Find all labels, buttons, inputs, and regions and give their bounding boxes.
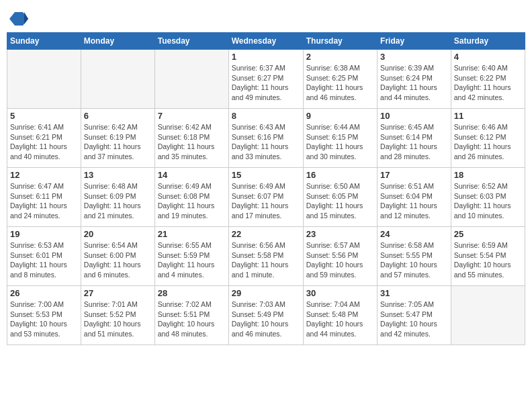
day-detail: Sunrise: 6:57 AMSunset: 5:56 PMDaylight:… [306,240,374,280]
day-number: 22 [232,229,300,239]
day-detail: Sunrise: 6:38 AMSunset: 6:25 PMDaylight:… [306,63,374,103]
weekday-header-saturday: Saturday [451,33,525,50]
calendar-day: 14Sunrise: 6:49 AMSunset: 6:08 PMDayligh… [154,168,228,227]
day-number: 4 [454,52,522,62]
calendar-day: 10Sunrise: 6:45 AMSunset: 6:14 PMDayligh… [378,109,451,168]
calendar-day: 19Sunrise: 6:53 AMSunset: 6:01 PMDayligh… [7,227,81,286]
day-detail: Sunrise: 6:42 AMSunset: 6:18 PMDaylight:… [158,122,226,162]
day-number: 19 [10,229,78,239]
day-number: 13 [84,170,152,180]
day-number: 10 [380,111,448,121]
day-detail: Sunrise: 6:49 AMSunset: 6:08 PMDaylight:… [158,181,226,221]
day-number: 9 [306,111,374,121]
day-detail: Sunrise: 6:37 AMSunset: 6:27 PMDaylight:… [232,63,300,103]
day-number: 18 [454,170,522,180]
day-number: 7 [158,111,226,121]
day-detail: Sunrise: 6:48 AMSunset: 6:09 PMDaylight:… [84,181,152,221]
day-detail: Sunrise: 6:55 AMSunset: 5:59 PMDaylight:… [158,240,226,280]
day-detail: Sunrise: 6:56 AMSunset: 5:58 PMDaylight:… [232,240,300,280]
calendar-day [7,50,81,109]
day-number: 23 [306,229,374,239]
calendar-day: 18Sunrise: 6:52 AMSunset: 6:03 PMDayligh… [451,168,525,227]
calendar-day: 6Sunrise: 6:42 AMSunset: 6:19 PMDaylight… [81,109,154,168]
day-detail: Sunrise: 6:53 AMSunset: 6:01 PMDaylight:… [10,240,78,280]
day-number: 3 [380,52,448,62]
calendar-day: 16Sunrise: 6:50 AMSunset: 6:05 PMDayligh… [303,168,377,227]
calendar-week-1: 1Sunrise: 6:37 AMSunset: 6:27 PMDaylight… [7,50,525,109]
day-detail: Sunrise: 6:47 AMSunset: 6:11 PMDaylight:… [10,181,78,221]
day-detail: Sunrise: 6:42 AMSunset: 6:19 PMDaylight:… [84,122,152,162]
weekday-header-row: SundayMondayTuesdayWednesdayThursdayFrid… [7,33,525,50]
day-number: 30 [306,288,374,298]
calendar-day: 1Sunrise: 6:37 AMSunset: 6:27 PMDaylight… [228,50,303,109]
day-detail: Sunrise: 7:02 AMSunset: 5:51 PMDaylight:… [158,300,226,339]
day-detail: Sunrise: 6:39 AMSunset: 6:24 PMDaylight:… [380,63,448,103]
day-number: 12 [10,170,78,180]
day-detail: Sunrise: 7:05 AMSunset: 5:47 PMDaylight:… [380,300,448,339]
day-detail: Sunrise: 7:03 AMSunset: 5:49 PMDaylight:… [232,300,300,339]
day-detail: Sunrise: 7:01 AMSunset: 5:52 PMDaylight:… [84,300,152,339]
calendar-day: 9Sunrise: 6:44 AMSunset: 6:15 PMDaylight… [303,109,377,168]
calendar-day: 28Sunrise: 7:02 AMSunset: 5:51 PMDayligh… [154,286,228,345]
day-detail: Sunrise: 7:00 AMSunset: 5:53 PMDaylight:… [10,300,78,339]
weekday-header-sunday: Sunday [7,33,81,50]
day-detail: Sunrise: 6:41 AMSunset: 6:21 PMDaylight:… [10,122,78,162]
calendar-day: 24Sunrise: 6:58 AMSunset: 5:55 PMDayligh… [378,227,451,286]
calendar-week-2: 5Sunrise: 6:41 AMSunset: 6:21 PMDaylight… [7,109,525,168]
calendar-week-4: 19Sunrise: 6:53 AMSunset: 6:01 PMDayligh… [7,227,525,286]
calendar-day: 7Sunrise: 6:42 AMSunset: 6:18 PMDaylight… [154,109,228,168]
calendar-day: 25Sunrise: 6:59 AMSunset: 5:54 PMDayligh… [451,227,525,286]
calendar-day: 23Sunrise: 6:57 AMSunset: 5:56 PMDayligh… [303,227,377,286]
calendar-day: 4Sunrise: 6:40 AMSunset: 6:22 PMDaylight… [451,50,525,109]
calendar-week-5: 26Sunrise: 7:00 AMSunset: 5:53 PMDayligh… [7,286,525,345]
day-number: 28 [158,288,226,298]
day-number: 6 [84,111,152,121]
day-number: 27 [84,288,152,298]
day-number: 5 [10,111,78,121]
day-number: 26 [10,288,78,298]
day-number: 2 [306,52,374,62]
day-number: 29 [232,288,300,298]
calendar-day: 2Sunrise: 6:38 AMSunset: 6:25 PMDaylight… [303,50,377,109]
calendar-week-3: 12Sunrise: 6:47 AMSunset: 6:11 PMDayligh… [7,168,525,227]
logo-icon [9,9,28,28]
calendar-day: 17Sunrise: 6:51 AMSunset: 6:04 PMDayligh… [378,168,451,227]
day-detail: Sunrise: 6:46 AMSunset: 6:12 PMDaylight:… [454,122,522,162]
calendar-day: 31Sunrise: 7:05 AMSunset: 5:47 PMDayligh… [378,286,451,345]
day-number: 15 [232,170,300,180]
day-number: 31 [380,288,448,298]
calendar-day: 29Sunrise: 7:03 AMSunset: 5:49 PMDayligh… [228,286,303,345]
svg-marker-1 [24,12,28,24]
calendar-day [451,286,525,345]
day-detail: Sunrise: 6:40 AMSunset: 6:22 PMDaylight:… [454,63,522,103]
weekday-header-tuesday: Tuesday [154,33,228,50]
calendar-day: 26Sunrise: 7:00 AMSunset: 5:53 PMDayligh… [7,286,81,345]
day-detail: Sunrise: 7:04 AMSunset: 5:48 PMDaylight:… [306,300,374,339]
weekday-header-monday: Monday [81,33,154,50]
day-number: 17 [380,170,448,180]
calendar-day: 21Sunrise: 6:55 AMSunset: 5:59 PMDayligh… [154,227,228,286]
day-detail: Sunrise: 6:54 AMSunset: 6:00 PMDaylight:… [84,240,152,280]
day-detail: Sunrise: 6:52 AMSunset: 6:03 PMDaylight:… [454,181,522,221]
day-detail: Sunrise: 6:49 AMSunset: 6:07 PMDaylight:… [232,181,300,221]
day-number: 25 [454,229,522,239]
calendar-day: 27Sunrise: 7:01 AMSunset: 5:52 PMDayligh… [81,286,154,345]
day-number: 21 [158,229,226,239]
calendar-day: 8Sunrise: 6:43 AMSunset: 6:16 PMDaylight… [228,109,303,168]
calendar-day: 13Sunrise: 6:48 AMSunset: 6:09 PMDayligh… [81,168,154,227]
day-detail: Sunrise: 6:59 AMSunset: 5:54 PMDaylight:… [454,240,522,280]
calendar-day: 12Sunrise: 6:47 AMSunset: 6:11 PMDayligh… [7,168,81,227]
day-detail: Sunrise: 6:43 AMSunset: 6:16 PMDaylight:… [232,122,300,162]
day-detail: Sunrise: 6:58 AMSunset: 5:55 PMDaylight:… [380,240,448,280]
calendar-day: 5Sunrise: 6:41 AMSunset: 6:21 PMDaylight… [7,109,81,168]
day-number: 11 [454,111,522,121]
page-header [7,7,525,28]
day-detail: Sunrise: 6:50 AMSunset: 6:05 PMDaylight:… [306,181,374,221]
day-number: 16 [306,170,374,180]
weekday-header-wednesday: Wednesday [228,33,303,50]
calendar-day: 11Sunrise: 6:46 AMSunset: 6:12 PMDayligh… [451,109,525,168]
calendar-day: 20Sunrise: 6:54 AMSunset: 6:00 PMDayligh… [81,227,154,286]
day-detail: Sunrise: 6:45 AMSunset: 6:14 PMDaylight:… [380,122,448,162]
calendar-day: 3Sunrise: 6:39 AMSunset: 6:24 PMDaylight… [378,50,451,109]
calendar-day [154,50,228,109]
